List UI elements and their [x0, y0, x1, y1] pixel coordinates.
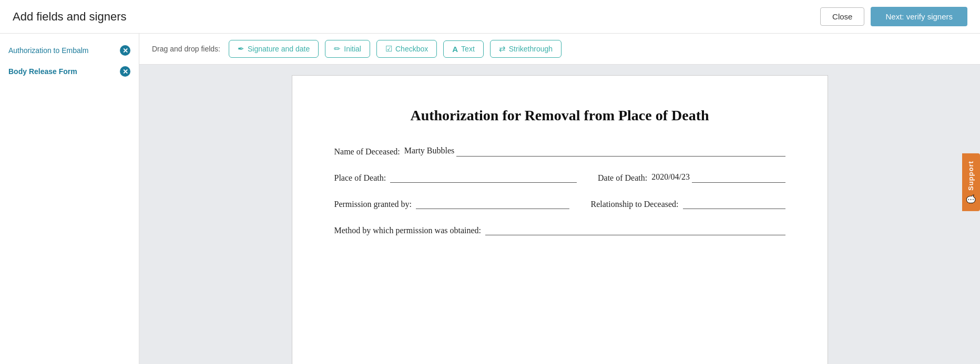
sidebar-item-label-active: Body Release Form — [8, 67, 77, 76]
place-line — [390, 171, 577, 183]
document-title: Authorization for Removal from Place of … — [334, 107, 785, 124]
remove-body-release-icon[interactable]: ✕ — [120, 66, 130, 77]
method-line — [485, 224, 785, 235]
place-date-row: Place of Death: Date of Death: 2020/04/2… — [334, 171, 785, 183]
support-icon: 💬 — [966, 193, 976, 203]
page-title: Add fields and signers — [13, 10, 126, 24]
drag-drop-label: Drag and drop fields: — [152, 45, 220, 53]
document-page: Authorization for Removal from Place of … — [292, 75, 828, 364]
permission-relationship-row: Permission granted by: Relationship to D… — [334, 197, 785, 209]
content-area: Drag and drop fields: ✒ Signature and da… — [139, 34, 980, 364]
relationship-label: Relationship to Deceased: — [590, 200, 678, 209]
method-label: Method by which permission was obtained: — [334, 226, 482, 235]
relationship-line — [683, 197, 785, 209]
name-value: Marty Bubbles — [404, 146, 455, 157]
top-bar-actions: Close Next: verify signers — [820, 7, 967, 26]
initial-btn-label: Initial — [344, 45, 361, 53]
name-line — [456, 145, 785, 157]
sidebar-item-authorization-to-embalm[interactable]: Authorization to Embalm ✕ — [0, 40, 139, 61]
date-label: Date of Death: — [598, 173, 647, 183]
main-layout: Authorization to Embalm ✕ Body Release F… — [0, 34, 980, 364]
signature-icon: ✒ — [238, 44, 244, 54]
permission-line — [416, 197, 569, 209]
fields-toolbar: Drag and drop fields: ✒ Signature and da… — [139, 34, 980, 65]
top-bar: Add fields and signers Close Next: verif… — [0, 0, 980, 34]
signature-btn-label: Signature and date — [248, 45, 310, 53]
text-button[interactable]: A Text — [443, 40, 484, 58]
name-label: Name of Deceased: — [334, 147, 400, 157]
remove-authorization-icon[interactable]: ✕ — [120, 45, 130, 56]
date-value: 2020/04/23 — [651, 172, 690, 183]
checkbox-button[interactable]: ☑ Checkbox — [376, 40, 437, 58]
initial-button[interactable]: ✏ Initial — [325, 40, 370, 58]
support-tab[interactable]: 💬 Support — [962, 153, 980, 211]
next-button[interactable]: Next: verify signers — [871, 7, 967, 26]
sidebar-item-label: Authorization to Embalm — [8, 46, 89, 55]
close-button[interactable]: Close — [820, 7, 864, 26]
date-line — [692, 171, 785, 183]
method-row: Method by which permission was obtained: — [334, 224, 785, 235]
text-btn-label: Text — [461, 45, 475, 53]
sidebar: Authorization to Embalm ✕ Body Release F… — [0, 34, 139, 364]
support-label: Support — [967, 161, 975, 191]
checkbox-icon: ☑ — [385, 44, 392, 54]
sidebar-item-body-release-form[interactable]: Body Release Form ✕ — [0, 61, 139, 82]
permission-label: Permission granted by: — [334, 200, 412, 209]
text-icon: A — [452, 45, 458, 54]
strikethrough-button[interactable]: ⇄ Strikethrough — [490, 40, 562, 58]
strikethrough-icon: ⇄ — [499, 44, 506, 54]
name-of-deceased-row: Name of Deceased: Marty Bubbles — [334, 145, 785, 157]
strikethrough-btn-label: Strikethrough — [509, 45, 553, 53]
signature-and-date-button[interactable]: ✒ Signature and date — [229, 40, 319, 58]
document-area: Authorization for Removal from Place of … — [139, 65, 980, 364]
checkbox-btn-label: Checkbox — [395, 45, 428, 53]
initial-icon: ✏ — [334, 44, 341, 54]
place-label: Place of Death: — [334, 173, 386, 183]
